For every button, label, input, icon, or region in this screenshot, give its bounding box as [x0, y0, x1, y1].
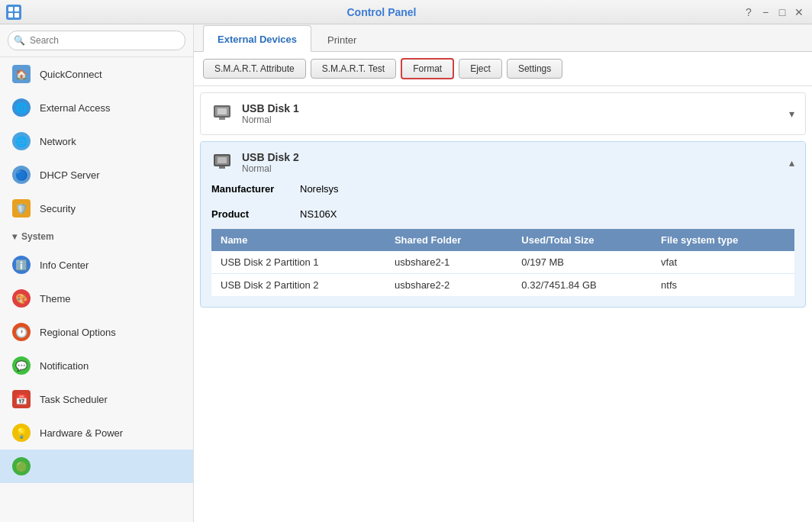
partition-shared-folder: usbshare2-2 [385, 274, 512, 297]
col-header-shared: Shared Folder [385, 229, 512, 251]
partition-shared-folder: usbshare2-1 [385, 251, 512, 274]
close-button[interactable]: ✕ [792, 5, 806, 19]
app-icon [6, 5, 21, 20]
partition-size: 0.32/7451.84 GB [512, 274, 652, 297]
search-input[interactable] [8, 31, 185, 50]
regional-icon: 🕐 [12, 323, 31, 341]
smart-attribute-button[interactable]: S.M.A.R.T. Attribute [203, 59, 306, 79]
infocenter-icon: ℹ️ [12, 256, 31, 274]
disk-name-2: USB Disk 2 [242, 151, 299, 163]
col-header-fstype: File system type [652, 229, 794, 251]
titlebar-left [6, 5, 21, 20]
svg-rect-7 [219, 118, 225, 120]
disk-name-1: USB Disk 1 [242, 102, 299, 114]
disk-header-usb2[interactable]: USB Disk 2 Normal ▴ [201, 142, 805, 183]
sidebar-item-label: Theme [40, 293, 70, 304]
external-access-icon: 🌐 [12, 98, 31, 117]
toolbar: S.M.A.R.T. Attribute S.M.A.R.T. Test For… [194, 52, 812, 86]
sidebar-item-regional[interactable]: 🕐 Regional Options [0, 315, 193, 349]
window-title: Control Panel [21, 6, 742, 18]
svg-rect-10 [218, 157, 227, 163]
collapse-icon: ▾ [12, 231, 17, 242]
sidebar-item-label: Network [40, 136, 76, 147]
partition-fstype: ntfs [652, 274, 794, 297]
content-area: External Devices Printer S.M.A.R.T. Attr… [194, 24, 812, 522]
svg-rect-6 [218, 108, 227, 114]
sidebar-item-theme[interactable]: 🎨 Theme [0, 282, 193, 315]
format-button[interactable]: Format [401, 58, 454, 79]
sidebar-item-notification[interactable]: 💬 Notification [0, 349, 193, 382]
sidebar-item-taskscheduler[interactable]: 📅 Task Scheduler [0, 382, 193, 416]
main-layout: 🔍 🏠 QuickConnect 🌐 External Access 🌐 Net… [0, 24, 812, 522]
security-icon: 🛡️ [12, 199, 31, 218]
taskscheduler-icon: 📅 [12, 390, 31, 408]
disk-expand-icon-2: ▴ [789, 156, 794, 169]
partition-name: USB Disk 2 Partition 2 [211, 274, 385, 297]
disk-details-usb2: Manufacturer Norelsys Product NS106X Nam… [201, 183, 805, 307]
partition-size: 0/197 MB [512, 251, 652, 274]
network-icon: 🌐 [12, 132, 31, 150]
hwpower-icon: 💡 [12, 424, 31, 442]
disk-info: USB Disk 1 Normal [242, 102, 299, 125]
disk-meta-product: Product NS106X [211, 208, 794, 220]
sidebar-item-label: Notification [40, 360, 89, 372]
disk-item-usb2: USB Disk 2 Normal ▴ Manufacturer Norelsy… [200, 141, 806, 308]
sidebar-item-green[interactable]: 🟢 [0, 450, 193, 483]
disk-header-usb1[interactable]: USB Disk 1 Normal ▾ [201, 93, 805, 134]
section-label: System [21, 231, 54, 242]
col-header-name: Name [211, 229, 385, 251]
theme-icon: 🎨 [12, 289, 31, 308]
sidebar-item-hwpower[interactable]: 💡 Hardware & Power [0, 416, 193, 450]
disk-info-2: USB Disk 2 Normal [242, 151, 299, 174]
sidebar-item-security[interactable]: 🛡️ Security [0, 192, 193, 225]
notification-icon: 💬 [12, 356, 31, 375]
search-wrapper: 🔍 [8, 31, 185, 50]
sidebar-item-label: Task Scheduler [40, 394, 108, 405]
disk-meta-manufacturer: Manufacturer Norelsys [211, 183, 339, 195]
help-button[interactable]: ? [742, 5, 756, 19]
manufacturer-value: Norelsys [300, 183, 339, 195]
sidebar-item-label: Regional Options [40, 327, 116, 338]
partition-name: USB Disk 2 Partition 1 [211, 251, 385, 274]
search-icon: 🔍 [14, 35, 25, 46]
sidebar-item-label: Security [40, 203, 76, 214]
tab-printer[interactable]: Printer [313, 26, 371, 52]
manufacturer-label: Manufacturer [211, 183, 288, 195]
usb-disk-icon [211, 101, 233, 127]
sidebar-item-label: DHCP Server [40, 169, 100, 181]
green-icon: 🟢 [12, 457, 31, 475]
svg-rect-11 [219, 166, 225, 169]
usb-disk-icon-2 [211, 150, 233, 176]
system-section-header[interactable]: ▾ System [0, 225, 193, 248]
disk-status-2: Normal [242, 163, 299, 174]
sidebar-item-label: Info Center [40, 259, 89, 271]
svg-rect-1 [14, 7, 19, 11]
product-value: NS106X [300, 208, 337, 220]
table-row: USB Disk 2 Partition 2 usbshare2-2 0.32/… [211, 274, 794, 297]
sidebar-item-network[interactable]: 🌐 Network [0, 124, 193, 158]
window-controls: ? − □ ✕ [742, 5, 806, 19]
eject-button[interactable]: Eject [459, 59, 502, 79]
partition-fstype: vfat [652, 251, 794, 274]
disk-expand-icon-1: ▾ [789, 108, 794, 120]
svg-rect-3 [14, 13, 19, 18]
smart-test-button[interactable]: S.M.A.R.T. Test [311, 59, 396, 79]
minimize-button[interactable]: − [759, 5, 772, 19]
dhcp-icon: 🔵 [12, 166, 31, 184]
sidebar-item-quickconnect[interactable]: 🏠 QuickConnect [0, 57, 193, 91]
disk-meta: Manufacturer Norelsys [211, 183, 794, 199]
disk-item-usb1: USB Disk 1 Normal ▾ [200, 92, 806, 135]
settings-button[interactable]: Settings [507, 59, 562, 79]
sidebar-item-external-access[interactable]: 🌐 External Access [0, 91, 193, 124]
table-row: USB Disk 2 Partition 1 usbshare2-1 0/197… [211, 251, 794, 274]
disk-status-1: Normal [242, 114, 299, 125]
sidebar-item-dhcp[interactable]: 🔵 DHCP Server [0, 158, 193, 192]
home-icon: 🏠 [12, 65, 31, 83]
sidebar-search-area: 🔍 [0, 24, 193, 57]
titlebar: Control Panel ? − □ ✕ [0, 0, 812, 24]
tab-external-devices[interactable]: External Devices [203, 25, 311, 52]
disk-list: USB Disk 1 Normal ▾ USB Disk 2 Normal [194, 86, 812, 522]
maximize-button[interactable]: □ [775, 5, 789, 19]
col-header-size: Used/Total Size [512, 229, 652, 251]
sidebar-item-infocenter[interactable]: ℹ️ Info Center [0, 248, 193, 282]
